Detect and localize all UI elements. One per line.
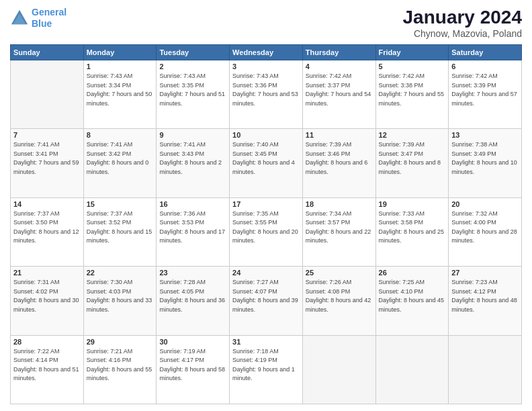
calendar-cell: 4Sunrise: 7:42 AMSunset: 3:37 PMDaylight… [302, 60, 375, 129]
day-number: 19 [379, 200, 446, 208]
calendar-cell: 7Sunrise: 7:41 AMSunset: 3:41 PMDaylight… [11, 129, 84, 197]
calendar-cell: 16Sunrise: 7:36 AMSunset: 3:53 PMDayligh… [157, 197, 230, 266]
day-info: Sunrise: 7:23 AMSunset: 4:12 PMDaylight:… [451, 278, 519, 314]
month-title: January 2024 [403, 7, 522, 28]
day-header-monday: Monday [83, 45, 157, 60]
day-number: 17 [232, 200, 300, 208]
calendar-cell: 23Sunrise: 7:28 AMSunset: 4:05 PMDayligh… [157, 267, 230, 335]
day-info: Sunrise: 7:34 AMSunset: 3:57 PMDaylight:… [306, 210, 373, 246]
logo: General Blue [10, 7, 66, 30]
header: General Blue January 2024 Chynow, Mazovi… [10, 7, 522, 39]
calendar-cell: 31Sunrise: 7:18 AMSunset: 4:19 PMDayligh… [230, 335, 303, 404]
calendar-cell: 18Sunrise: 7:34 AMSunset: 3:57 PMDayligh… [302, 197, 375, 266]
calendar-cell: 22Sunrise: 7:30 AMSunset: 4:03 PMDayligh… [83, 267, 157, 335]
day-info: Sunrise: 7:41 AMSunset: 3:42 PMDaylight:… [87, 140, 154, 177]
day-number: 26 [379, 269, 446, 277]
day-number: 1 [87, 62, 154, 71]
day-number: 5 [379, 62, 446, 71]
day-number: 27 [451, 269, 519, 277]
day-number: 3 [232, 62, 300, 71]
calendar-cell: 21Sunrise: 7:31 AMSunset: 4:02 PMDayligh… [11, 267, 84, 335]
day-number: 15 [87, 200, 154, 208]
calendar-cell: 2Sunrise: 7:43 AMSunset: 3:35 PMDaylight… [157, 60, 230, 129]
calendar-cell: 29Sunrise: 7:21 AMSunset: 4:16 PMDayligh… [83, 335, 157, 404]
calendar-cell: 26Sunrise: 7:25 AMSunset: 4:10 PMDayligh… [375, 267, 449, 335]
calendar-header-row: SundayMondayTuesdayWednesdayThursdayFrid… [11, 45, 522, 60]
day-info: Sunrise: 7:30 AMSunset: 4:03 PMDaylight:… [87, 278, 154, 314]
calendar-cell: 6Sunrise: 7:42 AMSunset: 3:39 PMDaylight… [449, 60, 522, 129]
day-info: Sunrise: 7:39 AMSunset: 3:46 PMDaylight:… [306, 140, 373, 177]
day-number: 25 [306, 269, 373, 277]
calendar-cell: 13Sunrise: 7:38 AMSunset: 3:49 PMDayligh… [449, 129, 522, 197]
day-info: Sunrise: 7:41 AMSunset: 3:41 PMDaylight:… [13, 140, 81, 177]
calendar-week-3: 14Sunrise: 7:37 AMSunset: 3:50 PMDayligh… [11, 197, 522, 266]
calendar-cell: 28Sunrise: 7:22 AMSunset: 4:14 PMDayligh… [11, 335, 84, 404]
day-info: Sunrise: 7:36 AMSunset: 3:53 PMDaylight:… [159, 210, 226, 246]
day-number: 10 [232, 131, 300, 139]
calendar-cell [302, 335, 375, 404]
day-info: Sunrise: 7:32 AMSunset: 4:00 PMDaylight:… [451, 210, 519, 246]
day-info: Sunrise: 7:42 AMSunset: 3:38 PMDaylight:… [379, 72, 446, 108]
day-info: Sunrise: 7:21 AMSunset: 4:16 PMDaylight:… [87, 347, 154, 383]
day-number: 31 [232, 338, 300, 346]
day-info: Sunrise: 7:28 AMSunset: 4:05 PMDaylight:… [159, 278, 226, 314]
location-subtitle: Chynow, Mazovia, Poland [403, 28, 522, 39]
day-header-thursday: Thursday [302, 45, 375, 60]
day-info: Sunrise: 7:37 AMSunset: 3:50 PMDaylight:… [13, 210, 81, 246]
day-info: Sunrise: 7:26 AMSunset: 4:08 PMDaylight:… [306, 278, 373, 314]
calendar-cell: 20Sunrise: 7:32 AMSunset: 4:00 PMDayligh… [449, 197, 522, 266]
calendar-cell: 27Sunrise: 7:23 AMSunset: 4:12 PMDayligh… [449, 267, 522, 335]
logo-icon [10, 9, 29, 28]
day-number: 11 [306, 131, 373, 139]
day-info: Sunrise: 7:33 AMSunset: 3:58 PMDaylight:… [379, 210, 446, 246]
day-number: 4 [306, 62, 373, 71]
day-info: Sunrise: 7:25 AMSunset: 4:10 PMDaylight:… [379, 278, 446, 314]
calendar-week-1: 1Sunrise: 7:43 AMSunset: 3:34 PMDaylight… [11, 60, 522, 129]
calendar-week-2: 7Sunrise: 7:41 AMSunset: 3:41 PMDaylight… [11, 129, 522, 197]
day-number: 18 [306, 200, 373, 208]
day-number: 24 [232, 269, 300, 277]
day-info: Sunrise: 7:42 AMSunset: 3:37 PMDaylight:… [306, 72, 373, 108]
day-number: 8 [87, 131, 154, 139]
day-number: 30 [159, 338, 226, 346]
calendar-cell: 25Sunrise: 7:26 AMSunset: 4:08 PMDayligh… [302, 267, 375, 335]
day-info: Sunrise: 7:40 AMSunset: 3:45 PMDaylight:… [232, 140, 300, 177]
day-info: Sunrise: 7:43 AMSunset: 3:35 PMDaylight:… [159, 72, 226, 108]
day-info: Sunrise: 7:43 AMSunset: 3:36 PMDaylight:… [232, 72, 300, 108]
day-header-sunday: Sunday [11, 45, 84, 60]
day-info: Sunrise: 7:19 AMSunset: 4:17 PMDaylight:… [159, 347, 226, 383]
day-info: Sunrise: 7:27 AMSunset: 4:07 PMDaylight:… [232, 278, 300, 314]
logo-line2: Blue [32, 18, 52, 29]
day-number: 2 [159, 62, 226, 71]
day-header-friday: Friday [375, 45, 449, 60]
calendar-cell: 1Sunrise: 7:43 AMSunset: 3:34 PMDaylight… [83, 60, 157, 129]
day-header-wednesday: Wednesday [230, 45, 303, 60]
day-header-saturday: Saturday [449, 45, 522, 60]
calendar-week-4: 21Sunrise: 7:31 AMSunset: 4:02 PMDayligh… [11, 267, 522, 335]
day-info: Sunrise: 7:35 AMSunset: 3:55 PMDaylight:… [232, 210, 300, 246]
calendar-cell: 30Sunrise: 7:19 AMSunset: 4:17 PMDayligh… [157, 335, 230, 404]
calendar-cell: 8Sunrise: 7:41 AMSunset: 3:42 PMDaylight… [83, 129, 157, 197]
day-info: Sunrise: 7:43 AMSunset: 3:34 PMDaylight:… [87, 72, 154, 108]
day-number: 28 [13, 338, 81, 346]
day-info: Sunrise: 7:42 AMSunset: 3:39 PMDaylight:… [451, 72, 519, 108]
day-number: 23 [159, 269, 226, 277]
calendar-cell: 14Sunrise: 7:37 AMSunset: 3:50 PMDayligh… [11, 197, 84, 266]
calendar-cell: 19Sunrise: 7:33 AMSunset: 3:58 PMDayligh… [375, 197, 449, 266]
day-number: 7 [13, 131, 81, 139]
day-info: Sunrise: 7:39 AMSunset: 3:47 PMDaylight:… [379, 140, 446, 177]
calendar-cell [375, 335, 449, 404]
day-info: Sunrise: 7:22 AMSunset: 4:14 PMDaylight:… [13, 347, 81, 383]
day-number: 16 [159, 200, 226, 208]
calendar-cell: 9Sunrise: 7:41 AMSunset: 3:43 PMDaylight… [157, 129, 230, 197]
calendar-cell: 24Sunrise: 7:27 AMSunset: 4:07 PMDayligh… [230, 267, 303, 335]
day-info: Sunrise: 7:31 AMSunset: 4:02 PMDaylight:… [13, 278, 81, 314]
calendar-cell: 5Sunrise: 7:42 AMSunset: 3:38 PMDaylight… [375, 60, 449, 129]
day-number: 14 [13, 200, 81, 208]
calendar-table: SundayMondayTuesdayWednesdayThursdayFrid… [10, 44, 522, 404]
day-number: 9 [159, 131, 226, 139]
calendar-cell: 15Sunrise: 7:37 AMSunset: 3:52 PMDayligh… [83, 197, 157, 266]
calendar-cell [449, 335, 522, 404]
day-number: 6 [451, 62, 519, 71]
day-info: Sunrise: 7:18 AMSunset: 4:19 PMDaylight:… [232, 347, 300, 383]
